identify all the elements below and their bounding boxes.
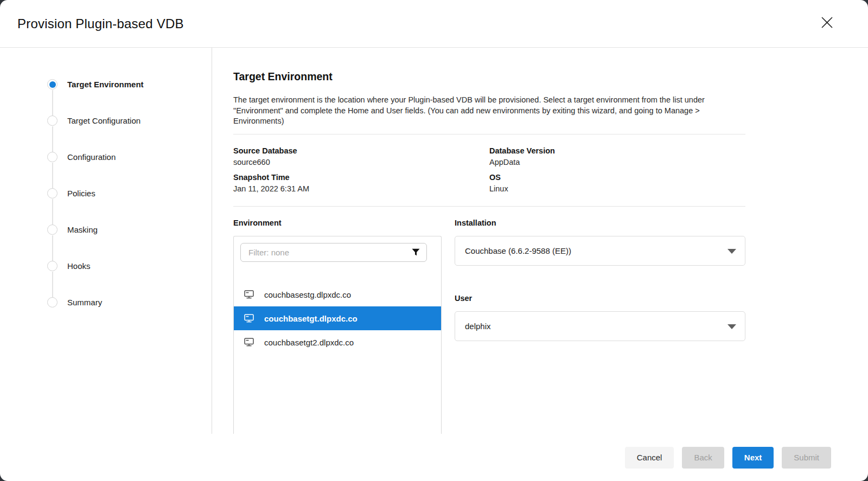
step-label: Policies: [67, 189, 95, 198]
step-target-environment[interactable]: Target Environment: [0, 66, 212, 102]
host-monitor-icon: [244, 290, 254, 299]
environment-filter: [240, 243, 427, 262]
step-masking[interactable]: Masking: [0, 211, 212, 248]
step-label: Target Environment: [67, 80, 144, 89]
environment-item-name: couchbasetgt.dlpxdc.co: [264, 314, 358, 323]
step-circle: [47, 297, 58, 307]
divider: [233, 206, 745, 207]
step-label: Configuration: [67, 152, 116, 162]
dialog-footer: Cancel Back Next Submit: [0, 434, 868, 481]
step-circle: [47, 116, 58, 126]
step-content: Target Environment The target environmen…: [212, 48, 868, 434]
environment-item-name: couchbasetgt2.dlpxdc.co: [264, 338, 354, 347]
selection-columns: Environment: [233, 219, 745, 434]
close-button[interactable]: [819, 15, 834, 30]
content-heading: Target Environment: [233, 70, 745, 83]
dialog-header: Provision Plugin-based VDB: [0, 0, 868, 48]
host-monitor-icon: [244, 338, 254, 347]
environment-column: Environment: [233, 219, 442, 434]
info-label: Snapshot Time: [233, 173, 489, 182]
chevron-down-icon: [727, 324, 736, 329]
step-circle: [47, 188, 58, 198]
step-target-configuration[interactable]: Target Configuration: [0, 102, 212, 139]
dialog-title: Provision Plugin-based VDB: [17, 16, 184, 31]
cancel-button[interactable]: Cancel: [625, 447, 674, 469]
info-value: AppData: [489, 158, 745, 166]
step-circle-active: [47, 79, 58, 89]
step-circle: [47, 225, 58, 235]
step-label: Summary: [67, 298, 102, 307]
step-hooks[interactable]: Hooks: [0, 248, 212, 284]
next-button[interactable]: Next: [732, 447, 774, 469]
installation-selected-value: Couchbase (6.6.2-9588 (EE)): [465, 246, 571, 255]
info-label: OS: [489, 173, 745, 182]
user-selected-value: delphix: [465, 322, 491, 331]
step-label: Target Configuration: [67, 116, 141, 125]
source-info-grid: Source Database source660 Database Versi…: [233, 134, 745, 206]
wizard-stepper: Target Environment Target Configuration …: [0, 48, 212, 434]
filter-funnel-icon[interactable]: [412, 248, 420, 256]
info-value: Jan 11, 2022 6:31 AM: [233, 184, 489, 193]
step-circle: [47, 261, 58, 271]
step-policies[interactable]: Policies: [0, 175, 212, 211]
info-snapshot-time: Snapshot Time Jan 11, 2022 6:31 AM: [233, 166, 489, 193]
installation-select[interactable]: Couchbase (6.6.2-9588 (EE)): [455, 236, 745, 266]
provision-vdb-dialog: Provision Plugin-based VDB Target Enviro…: [0, 0, 868, 481]
step-label: Hooks: [67, 261, 91, 271]
environment-item[interactable]: couchbasetgt2.dlpxdc.co: [234, 330, 441, 354]
chevron-down-icon: [727, 249, 736, 254]
environment-item[interactable]: couchbasestg.dlpxdc.co: [234, 283, 441, 306]
environment-item-name: couchbasestg.dlpxdc.co: [264, 290, 351, 299]
user-label: User: [455, 294, 745, 303]
submit-button[interactable]: Submit: [782, 447, 831, 469]
step-configuration[interactable]: Configuration: [0, 139, 212, 175]
environment-list-box: couchbasestg.dlpxdc.co: [233, 236, 442, 434]
environment-list: couchbasestg.dlpxdc.co: [234, 283, 441, 354]
info-source-database: Source Database source660: [233, 140, 489, 166]
step-circle: [47, 152, 58, 162]
info-database-version: Database Version AppData: [489, 140, 745, 166]
environment-item-selected[interactable]: couchbasetgt.dlpxdc.co: [234, 306, 441, 330]
close-icon: [820, 15, 834, 30]
installation-label: Installation: [455, 219, 745, 227]
info-label: Database Version: [489, 146, 745, 155]
user-select[interactable]: delphix: [455, 311, 745, 341]
host-monitor-icon: [244, 314, 254, 323]
environment-label: Environment: [233, 219, 442, 227]
step-label: Masking: [67, 225, 98, 234]
installation-user-column: Installation Couchbase (6.6.2-9588 (EE))…: [455, 219, 745, 434]
content-description: The target environment is the location w…: [233, 95, 738, 127]
info-label: Source Database: [233, 146, 489, 155]
dialog-body: Target Environment Target Configuration …: [0, 48, 868, 434]
info-value: source660: [233, 158, 489, 166]
installation-group: Installation Couchbase (6.6.2-9588 (EE)): [455, 219, 745, 266]
back-button[interactable]: Back: [682, 447, 724, 469]
info-value: Linux: [489, 184, 745, 193]
info-os: OS Linux: [489, 166, 745, 193]
user-group: User delphix: [455, 294, 745, 341]
environment-filter-input[interactable]: [240, 243, 427, 262]
step-summary[interactable]: Summary: [0, 284, 212, 320]
